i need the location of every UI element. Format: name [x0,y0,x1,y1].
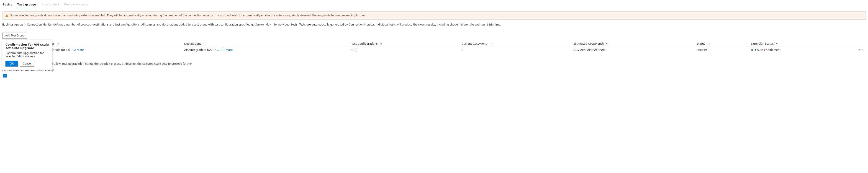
col-current-cost[interactable]: Current Cost/Month [460,41,571,47]
ok-button[interactable]: OK [5,61,18,66]
secondary-warning: Watcher extension enablement. Kindly all… [2,62,866,65]
table-row[interactable]: SCFAC Vnet1(anujaintopo) + 2 more AMAInt… [2,47,866,53]
tabs-bar: Basics Test groups Create alert Review +… [2,1,866,8]
test-groups-table: Name Sources Destinations Test Configura… [2,41,866,53]
col-sources[interactable]: Sources [42,41,183,47]
row-current-cost: 0 [462,48,463,52]
warning-banner: Some selected endpoints do not have the … [2,11,866,20]
enable-extension-checkbox[interactable] [3,74,7,78]
row-status: Enabled [697,48,708,52]
sort-icon [380,42,382,45]
row-extension-status: 3 Auto Enablement [754,48,780,52]
col-test-configurations[interactable]: Test Configurations [349,41,460,47]
banner-message: Some selected endpoints do not have the … [10,14,365,17]
sort-icon [204,42,206,45]
sort-icon [776,42,778,45]
sort-icon [606,42,608,45]
row-destinations-main: AMAIntegrationEU2EUA... [184,48,220,52]
dialog-title: Confirmation for VM scale set auto upgra… [5,43,49,50]
col-destinations[interactable]: Destinations [182,41,349,47]
tab-basics[interactable]: Basics [3,1,12,8]
tab-test-groups[interactable]: Test groups [17,1,36,8]
row-destinations-more-link[interactable]: + 1 more [220,48,232,52]
cancel-button[interactable]: Cancel [20,61,34,66]
confirmation-dialog: Confirmation for VM scale set auto upgra… [2,40,53,70]
sort-icon [491,42,493,45]
row-estimated-cost: $1.7999999999999998 [574,48,606,52]
row-sources-more-link[interactable]: + 2 more [71,48,84,52]
row-more-actions[interactable]: ••• [857,47,866,53]
enable-extension-row: Enable Network watcher extension [2,68,866,78]
col-extension-status[interactable]: Extension Status [749,41,857,47]
svg-point-2 [53,69,53,70]
add-test-group-button[interactable]: Add Test Group [2,33,27,38]
sort-icon [708,42,710,45]
refresh-icon [751,49,753,51]
dialog-body: Confirm auto upgradation for selected VM… [5,52,49,58]
col-status[interactable]: Status [695,41,749,47]
warning-icon [5,14,8,17]
page-description: Each test group in Connection Monitor de… [2,23,866,27]
tab-create-alert: Create alert [42,1,59,8]
tab-review-create: Review + create [64,1,89,8]
col-estimated-cost[interactable]: Estimated Cost/Month [571,41,695,47]
sort-icon [57,42,59,45]
row-test-configs: GFTJ [351,48,358,52]
